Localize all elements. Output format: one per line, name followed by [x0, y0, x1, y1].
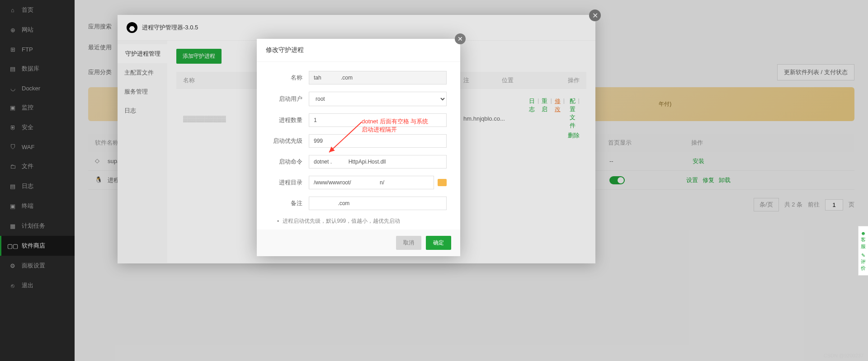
- user-select[interactable]: root: [309, 92, 447, 106]
- priority-hint: 进程启动优先级，默认999，值越小，越优先启动: [270, 217, 447, 225]
- browse-folder-icon[interactable]: [438, 179, 447, 186]
- count-input[interactable]: [309, 113, 447, 127]
- name-input[interactable]: [309, 71, 447, 84]
- support-icon: ☻: [860, 230, 866, 236]
- edit-icon: ✎: [860, 252, 866, 258]
- modal2-title: 修改守护进程: [257, 39, 460, 62]
- cmd-input[interactable]: [309, 155, 447, 169]
- edit-daemon-modal: ✕ 修改守护进程 名称 启动用户 root 进程数量 启动优先级 启动命令 进程…: [257, 39, 460, 256]
- ok-button[interactable]: 确定: [426, 236, 451, 250]
- priority-input[interactable]: [309, 134, 447, 148]
- note-input[interactable]: [309, 197, 447, 210]
- side-support-tab[interactable]: ☻ 客服 ✎ 评价: [858, 226, 868, 276]
- close-icon[interactable]: ✕: [455, 33, 466, 44]
- dir-input[interactable]: [309, 176, 434, 189]
- watermark: CSDN @9200237: [824, 353, 863, 358]
- cancel-button[interactable]: 取消: [396, 236, 421, 250]
